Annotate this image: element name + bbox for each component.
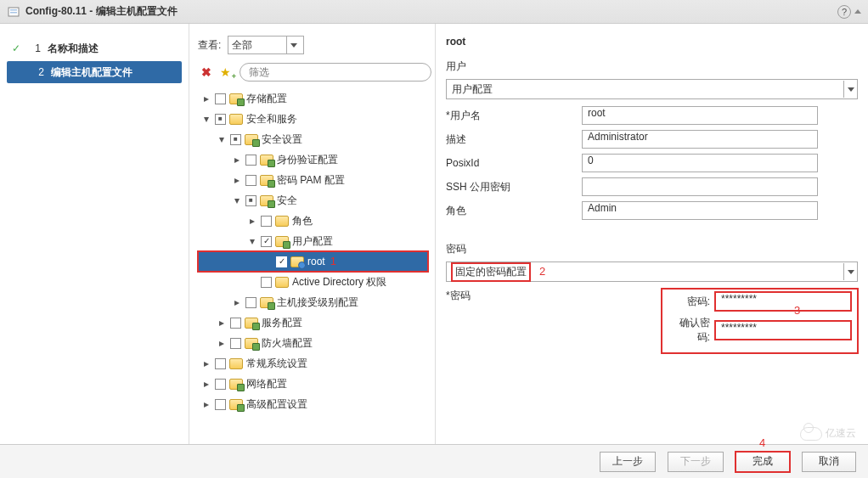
checkbox[interactable]: [245, 175, 256, 186]
expand-icon[interactable]: ▸: [232, 173, 242, 188]
step-1[interactable]: ✓ 1 名称和描述: [7, 37, 182, 59]
combo-value: 固定的密码配置: [452, 263, 530, 281]
tree-item-15[interactable]: ▸高级配置设置: [198, 394, 428, 414]
step-number: 2: [32, 66, 44, 78]
tree-item-1[interactable]: ▾安全和服务: [198, 109, 428, 129]
collapse-icon[interactable]: ▾: [247, 234, 257, 249]
detail-header: root: [446, 36, 858, 48]
tree-panel: 查看: 全部 ✖ ★ ▸存储配置▾安全和服务▾安全设置▸身份验证配置▸密码 PA…: [189, 24, 435, 444]
tree-item-label: Active Directory 权限: [292, 275, 386, 290]
tree-item-11[interactable]: ▸服务配置: [198, 312, 428, 333]
checkbox[interactable]: [215, 114, 226, 125]
expand-icon[interactable]: ▸: [232, 153, 242, 167]
expand-icon[interactable]: ▸: [201, 357, 211, 371]
svg-rect-1: [10, 9, 17, 11]
checkbox[interactable]: [215, 358, 226, 369]
confirm-password-field[interactable]: *********: [715, 321, 851, 340]
checkbox[interactable]: [215, 93, 226, 104]
filter-input[interactable]: [240, 63, 431, 82]
step-number: 1: [29, 42, 41, 54]
tree-item-5[interactable]: ▾安全: [198, 190, 428, 211]
tree-item-7[interactable]: ▾用户配置: [198, 231, 428, 251]
checkbox[interactable]: [215, 399, 226, 410]
folder-icon: [260, 175, 273, 186]
tree-item-2[interactable]: ▾安全设置: [198, 129, 428, 149]
annotation-3: 3: [794, 304, 800, 317]
tree-item-4[interactable]: ▸密码 PAM 配置: [198, 170, 428, 190]
role-label: 角色: [446, 204, 582, 218]
expand-icon[interactable]: ▸: [247, 214, 257, 228]
pw-config-combo[interactable]: 固定的密码配置: [446, 261, 858, 282]
user-config-combo[interactable]: 用户配置: [446, 79, 858, 99]
add-favorite-icon[interactable]: ★: [220, 65, 231, 79]
desc-label: 描述: [446, 132, 582, 147]
chevron-down-icon: [843, 81, 857, 98]
checkbox[interactable]: [261, 277, 272, 288]
titlebar: Config-80.11 - 编辑主机配置文件 ?: [0, 0, 868, 24]
user-section-label: 用户: [446, 59, 858, 74]
checkbox[interactable]: [245, 195, 256, 206]
finish-button[interactable]: 完成: [736, 452, 790, 472]
posix-field[interactable]: 0: [582, 154, 818, 172]
tree-item-6[interactable]: ▸角色: [198, 211, 428, 231]
check-icon: ✓: [12, 42, 20, 54]
password-field[interactable]: *********: [715, 292, 851, 311]
checkbox[interactable]: [230, 318, 241, 329]
tree-item-10[interactable]: ▸主机接受级别配置: [198, 292, 428, 312]
tree-item-9[interactable]: Active Directory 权限: [198, 272, 428, 292]
folder-icon: [229, 114, 243, 125]
ssh-label: SSH 公用密钥: [446, 180, 582, 194]
expand-icon[interactable]: ▸: [232, 295, 242, 310]
collapse-icon[interactable]: [854, 9, 861, 14]
step-2[interactable]: 2 编辑主机配置文件: [7, 61, 182, 83]
chevron-down-icon: [843, 263, 857, 280]
folder-icon: [229, 358, 243, 369]
collapse-icon[interactable]: ▾: [217, 132, 227, 147]
username-label: *用户名: [446, 109, 582, 123]
tree-item-label: 安全: [277, 194, 297, 208]
delete-icon[interactable]: ✖: [201, 65, 211, 79]
folder-icon: [229, 399, 243, 410]
collapse-icon[interactable]: ▾: [232, 194, 242, 208]
folder-icon: [275, 236, 289, 247]
pw1-label: 密码:: [669, 295, 715, 309]
view-select[interactable]: 全部: [228, 36, 304, 54]
pw-label: *密码: [446, 289, 561, 303]
tree-item-label: 防火墙配置: [262, 336, 313, 351]
username-field[interactable]: root: [582, 106, 818, 125]
expand-icon[interactable]: ▸: [201, 92, 211, 106]
checkbox[interactable]: [215, 379, 226, 390]
folder-icon: [260, 297, 273, 308]
expand-icon[interactable]: ▸: [201, 397, 211, 412]
expand-icon[interactable]: ▸: [217, 336, 227, 351]
tree-item-label: root: [307, 255, 325, 269]
checkbox[interactable]: [261, 236, 272, 247]
tree-item-0[interactable]: ▸存储配置: [198, 88, 428, 109]
detail-panel: root 用户 用户配置 *用户名 root 描述 Administrator …: [435, 24, 868, 444]
checkbox[interactable]: [245, 297, 256, 308]
desc-field[interactable]: Administrator: [582, 130, 818, 149]
checkbox[interactable]: [245, 155, 256, 166]
checkbox[interactable]: [261, 216, 272, 227]
expand-icon[interactable]: ▸: [201, 377, 211, 391]
back-button[interactable]: 上一步: [600, 452, 656, 472]
annotation-1: 1: [330, 254, 336, 269]
step-label: 名称和描述: [48, 42, 99, 56]
tree-item-8[interactable]: root1: [198, 251, 428, 272]
checkbox[interactable]: [230, 338, 241, 349]
chevron-down-icon: [286, 37, 300, 53]
tree-item-13[interactable]: ▸常规系统设置: [198, 353, 428, 374]
tree-item-14[interactable]: ▸网络配置: [198, 374, 428, 394]
folder-icon: [260, 195, 273, 206]
ssh-field[interactable]: [582, 177, 818, 196]
expand-icon[interactable]: ▸: [217, 316, 227, 330]
help-icon[interactable]: ?: [837, 5, 851, 19]
tree-item-12[interactable]: ▸防火墙配置: [198, 333, 428, 353]
role-field[interactable]: Admin: [582, 201, 818, 220]
tree-item-label: 密码 PAM 配置: [277, 173, 345, 188]
checkbox[interactable]: [230, 134, 241, 145]
tree-item-3[interactable]: ▸身份验证配置: [198, 149, 428, 170]
cancel-button[interactable]: 取消: [802, 452, 856, 472]
checkbox[interactable]: [276, 256, 287, 267]
collapse-icon[interactable]: ▾: [201, 112, 211, 127]
